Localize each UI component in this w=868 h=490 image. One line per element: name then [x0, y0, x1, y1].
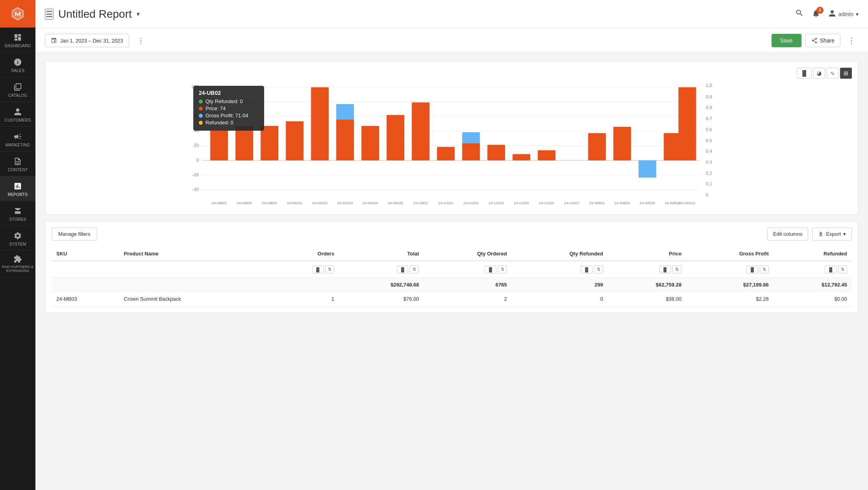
logo[interactable] — [0, 0, 35, 28]
content-area: ▐▌ ◕ ∿ ⊞ 100 80 60 40 20 0 -20 -40 — [35, 53, 868, 490]
svg-text:24-MB06: 24-MB06 — [262, 201, 277, 205]
sidebar-item-label: FIND PARTNERS & EXTENSIONS — [2, 265, 34, 273]
toolbar-more-button[interactable]: ⋮ — [844, 34, 859, 47]
price-chart-btn[interactable]: ▐▌ — [659, 266, 671, 274]
svg-text:0.2: 0.2 — [706, 170, 712, 176]
date-range-text: Jan 1, 2023 – Dec 31, 2023 — [60, 38, 123, 44]
refunded-chart-btn[interactable]: ▐▌ — [825, 266, 837, 274]
svg-text:0.8: 0.8 — [706, 105, 713, 110]
export-button[interactable]: Export ▾ — [812, 227, 852, 240]
svg-rect-56 — [538, 150, 555, 161]
svg-text:80: 80 — [194, 98, 199, 104]
sidebar-item-customers[interactable]: CUSTOMERS — [0, 102, 35, 127]
gross-profit-sort-btn[interactable]: ⇅ — [760, 265, 769, 274]
sidebar-item-marketing[interactable]: MARKETING — [0, 127, 35, 152]
user-icon — [828, 9, 836, 18]
bar-chart: 100 80 60 40 20 0 -20 -40 — [52, 82, 852, 208]
save-button[interactable]: Save — [772, 34, 801, 47]
edit-columns-button[interactable]: Edit columns — [767, 227, 808, 240]
qty-refunded-sort-btn[interactable]: ⇅ — [594, 265, 603, 274]
report-toolbar: Jan 1, 2023 – Dec 31, 2023 ⋮ Save Share … — [35, 28, 868, 53]
svg-rect-50 — [462, 132, 480, 143]
sidebar-item-content[interactable]: CONTENT — [0, 152, 35, 176]
toolbar-left: Jan 1, 2023 – Dec 31, 2023 ⋮ — [45, 34, 148, 47]
svg-text:0.3: 0.3 — [706, 159, 712, 165]
chart-table-icon[interactable]: ⊞ — [840, 68, 852, 79]
header-left: ☰ Untitled Report ▾ — [45, 8, 140, 20]
customers-icon — [13, 107, 22, 116]
orders-sort-btn[interactable]: ⇅ — [325, 265, 334, 274]
sidebar-item-dashboard[interactable]: DASHBOARD — [0, 28, 35, 52]
svg-text:24-UG03: 24-UG03 — [489, 201, 504, 205]
row-product-name: Crown Summit Backpack — [119, 292, 268, 306]
admin-user-menu[interactable]: admin ▾ — [828, 9, 859, 18]
chart-bar-icon[interactable]: ▐▌ — [797, 68, 812, 79]
page-title: Untitled Report — [58, 8, 132, 20]
date-range-button[interactable]: Jan 1, 2023 – Dec 31, 2023 — [45, 34, 129, 47]
svg-text:0.9: 0.9 — [706, 94, 712, 99]
refunded-sort-btn[interactable]: ⇅ — [838, 265, 847, 274]
svg-text:24-MG03: 24-MG03 — [337, 201, 353, 205]
sidebar-item-catalog[interactable]: CATALOG — [0, 77, 35, 102]
svg-text:24-MG02: 24-MG02 — [312, 201, 328, 205]
qty-ordered-sort-btn[interactable]: ⇅ — [498, 265, 507, 274]
svg-text:-20: -20 — [192, 172, 199, 177]
svg-text:0: 0 — [196, 157, 199, 163]
price-sort-btn[interactable]: ⇅ — [672, 265, 681, 274]
sidebar-item-sales[interactable]: SALES — [0, 52, 35, 77]
chart-line-icon[interactable]: ∿ — [827, 68, 838, 79]
svg-text:0.6: 0.6 — [706, 127, 712, 132]
sidebar-item-extensions[interactable]: FIND PARTNERS & EXTENSIONS — [0, 251, 35, 277]
svg-text:24-WG02: 24-WG02 — [679, 201, 695, 205]
share-icon — [811, 37, 818, 44]
orders-chart-btn[interactable]: ▐▌ — [312, 266, 324, 274]
search-icon[interactable] — [795, 9, 804, 20]
svg-text:24-UG02: 24-UG02 — [463, 201, 479, 205]
svg-text:24-MB03: 24-MB03 — [211, 201, 227, 205]
manage-filters-button[interactable]: Manage filters — [52, 227, 97, 240]
notification-bell[interactable]: 3 — [812, 9, 820, 19]
totals-gross-profit: $27,199.86 — [686, 278, 774, 292]
total-chart-btn[interactable]: ▐▌ — [397, 266, 409, 274]
totals-orders — [268, 278, 339, 292]
qty-ordered-chart-btn[interactable]: ▐▌ — [485, 266, 496, 274]
table-col-controls-row: ▐▌ ⇅ ▐▌ ⇅ ▐▌ — [52, 261, 852, 278]
menu-toggle-button[interactable]: ☰ — [45, 9, 54, 20]
chart-pie-icon[interactable]: ◕ — [813, 68, 825, 79]
sidebar-item-label: CUSTOMERS — [5, 118, 31, 122]
row-gross-profit: $2.28 — [686, 292, 774, 306]
col-header-orders: Orders — [268, 247, 339, 261]
row-qty-ordered: 2 — [424, 292, 511, 306]
svg-rect-52 — [487, 145, 505, 160]
totals-qty-ordered: 6765 — [424, 278, 511, 292]
main-content: ☰ Untitled Report ▾ 3 admin ▾ — [35, 0, 868, 490]
qty-refunded-chart-btn[interactable]: ▐▌ — [581, 266, 592, 274]
sidebar-item-label: MARKETING — [6, 142, 30, 147]
gross-profit-chart-btn[interactable]: ▐▌ — [746, 266, 758, 274]
title-dropdown-icon[interactable]: ▾ — [137, 10, 140, 18]
svg-rect-43 — [387, 115, 404, 160]
svg-rect-54 — [513, 154, 530, 160]
svg-rect-41 — [361, 126, 379, 160]
notification-count: 3 — [816, 7, 824, 14]
totals-sku — [52, 278, 119, 292]
col-header-qty-ordered: Qty Ordered — [424, 247, 511, 261]
svg-rect-34 — [286, 121, 304, 160]
catalog-icon — [13, 83, 22, 91]
share-button[interactable]: Share — [805, 34, 840, 47]
content-icon — [13, 157, 22, 166]
total-sort-btn[interactable]: ⇅ — [410, 265, 419, 274]
totals-qty-refunded: 299 — [512, 278, 608, 292]
svg-rect-36 — [311, 87, 329, 161]
more-options-button[interactable]: ⋮ — [134, 34, 148, 47]
table-toolbar-right: Edit columns Export ▾ — [767, 227, 852, 240]
row-sku: 24-MB03 — [52, 292, 119, 306]
sidebar-item-system[interactable]: SYSTEM — [0, 226, 35, 251]
table-toolbar: Manage filters Edit columns Export ▾ — [52, 227, 852, 240]
row-orders: 1 — [268, 292, 339, 306]
col-header-gross-profit: Gross Profit — [686, 247, 774, 261]
sidebar-item-stores[interactable]: STORES — [0, 201, 35, 226]
svg-text:60: 60 — [194, 113, 199, 118]
sidebar-item-reports[interactable]: REPORTS — [0, 176, 35, 201]
svg-text:24-MG01: 24-MG01 — [287, 201, 303, 205]
